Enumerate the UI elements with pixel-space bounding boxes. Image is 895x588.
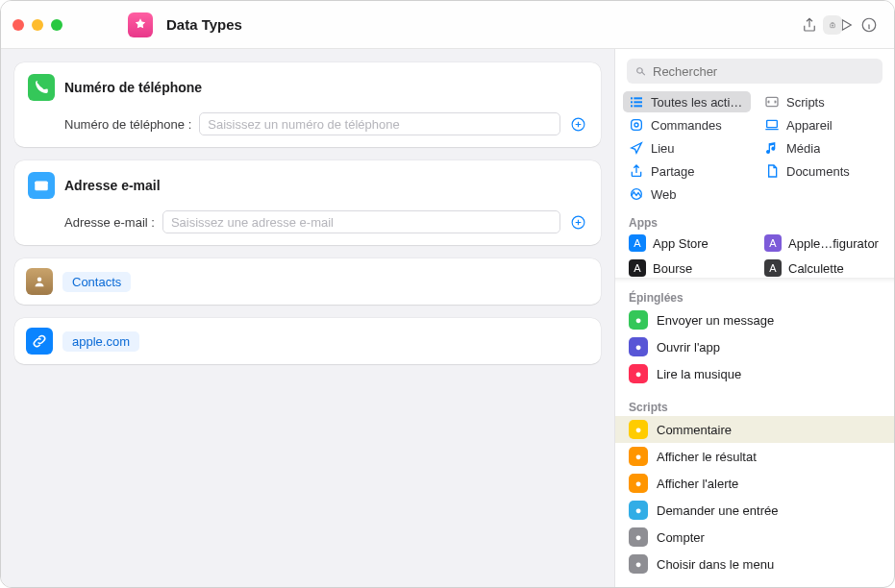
email-input[interactable]	[162, 210, 560, 233]
action-label: Choisir dans le menu	[657, 557, 774, 572]
category-label: Web	[651, 187, 677, 202]
search-field[interactable]	[627, 59, 883, 84]
apps-header: Apps	[615, 212, 894, 232]
category-icon	[629, 186, 644, 202]
action-ouvrir-l-app[interactable]: ●Ouvrir l'app	[615, 333, 894, 360]
url-token[interactable]: apple.com	[62, 331, 139, 352]
category-icon	[629, 94, 644, 110]
library-pane: Toutes les acti…ScriptsCommandesAppareil…	[614, 49, 894, 587]
category-label: Lieu	[651, 141, 675, 156]
phone-input[interactable]	[199, 112, 560, 135]
overlay-fade	[615, 278, 894, 287]
category-commandes[interactable]: Commandes	[623, 114, 751, 135]
app-apple-figurator[interactable]: AApple…figurator	[758, 232, 886, 255]
app-app-store[interactable]: AApp Store	[623, 232, 751, 255]
app-bourse[interactable]: ABourse	[623, 257, 751, 280]
app-label: Apple…figurator	[788, 236, 879, 251]
category-lieu[interactable]: Lieu	[623, 137, 751, 159]
svg-rect-7	[631, 101, 633, 103]
category-icon	[764, 117, 780, 133]
shortcut-icon	[128, 12, 153, 37]
action-url[interactable]: apple.com	[14, 318, 601, 364]
category-label: Scripts	[786, 95, 825, 110]
contacts-token[interactable]: Contacts	[62, 272, 131, 292]
app-window: Data Types	[0, 0, 895, 588]
action-title: Numéro de téléphone	[64, 80, 202, 95]
action-icon: ●	[629, 554, 648, 574]
action-label: Demander une entrée	[657, 503, 778, 518]
category-icon	[764, 163, 780, 179]
svg-rect-9	[634, 97, 642, 99]
add-email-button[interactable]	[568, 212, 587, 232]
action-phone-number[interactable]: Numéro de téléphone Numéro de téléphone …	[14, 62, 601, 147]
action-lire-la-musique[interactable]: ●Lire la musique	[615, 360, 894, 387]
title-bar: Data Types	[1, 1, 894, 49]
email-field-label: Adresse e-mail :	[64, 215, 155, 230]
library-button[interactable]	[823, 15, 842, 35]
category-icon	[629, 163, 644, 179]
action-afficher-le-r-sultat[interactable]: ●Afficher le résultat	[615, 443, 894, 470]
close-window-button[interactable]	[12, 19, 24, 31]
app-icon: A	[629, 259, 646, 277]
action-choisir-dans-le-menu[interactable]: ●Choisir dans le menu	[615, 551, 894, 577]
action-label: Envoyer un message	[657, 313, 774, 328]
action-icon: ●	[629, 501, 648, 520]
action-label: Commentaire	[657, 423, 732, 437]
workflow-canvas[interactable]: Numéro de téléphone Numéro de téléphone …	[1, 49, 614, 587]
category-label: Partage	[651, 164, 695, 179]
category-label: Toutes les acti…	[651, 95, 742, 110]
action-label: Afficher l'alerte	[657, 477, 738, 491]
category-web[interactable]: Web	[623, 184, 751, 205]
action-email-address[interactable]: Adresse e-mail Adresse e-mail :	[14, 160, 601, 245]
action-afficher-l-alerte[interactable]: ●Afficher l'alerte	[615, 470, 894, 497]
svg-rect-11	[634, 105, 642, 107]
category-label: Appareil	[786, 118, 833, 133]
info-button[interactable]	[859, 15, 879, 35]
svg-point-5	[37, 278, 42, 282]
action-commentaire[interactable]: ●Commentaire	[615, 416, 894, 443]
category-documents[interactable]: Documents	[758, 160, 886, 182]
shortcut-title: Data Types	[166, 16, 242, 33]
category-partage[interactable]: Partage	[623, 160, 751, 182]
action-icon: ●	[629, 474, 648, 493]
action-icon: ●	[629, 337, 648, 356]
category-m-dia[interactable]: Média	[758, 137, 886, 159]
search-icon	[634, 65, 647, 78]
action-icon: ●	[629, 310, 648, 330]
phone-icon	[28, 74, 55, 101]
svg-rect-15	[767, 120, 778, 127]
pinned-header: Épinglées	[615, 287, 894, 306]
action-label: Afficher le résultat	[657, 450, 757, 464]
window-controls	[12, 19, 62, 31]
svg-rect-8	[631, 105, 633, 107]
category-toutes-les-acti-[interactable]: Toutes les acti…	[623, 91, 751, 112]
svg-rect-10	[634, 101, 642, 103]
svg-rect-6	[631, 97, 633, 99]
minimize-window-button[interactable]	[32, 19, 43, 31]
app-icon: A	[629, 234, 646, 252]
contacts-icon	[26, 268, 53, 295]
search-input[interactable]	[653, 64, 875, 79]
action-compter[interactable]: ●Compter	[615, 524, 894, 551]
category-icon	[629, 140, 644, 156]
actions-list[interactable]: Épinglées ●Envoyer un message●Ouvrir l'a…	[615, 287, 894, 587]
action-demander-une-entr-e[interactable]: ●Demander une entrée	[615, 497, 894, 524]
category-label: Commandes	[651, 118, 722, 133]
action-title: Adresse e-mail	[64, 178, 161, 193]
share-button[interactable]	[800, 15, 819, 35]
action-icon: ●	[629, 447, 648, 466]
category-appareil[interactable]: Appareil	[758, 114, 886, 135]
toolbar-right	[823, 15, 879, 35]
category-icon	[764, 94, 780, 110]
svg-point-14	[634, 123, 638, 127]
add-phone-button[interactable]	[568, 114, 587, 134]
category-label: Documents	[786, 164, 850, 179]
app-icon: A	[764, 259, 782, 277]
category-scripts[interactable]: Scripts	[758, 91, 886, 112]
phone-field-label: Numéro de téléphone :	[64, 117, 191, 132]
action-label: Ouvrir l'app	[657, 340, 720, 355]
maximize-window-button[interactable]	[51, 19, 62, 31]
action-envoyer-un-message[interactable]: ●Envoyer un message	[615, 306, 894, 333]
action-contacts[interactable]: Contacts	[14, 258, 601, 305]
app-calculette[interactable]: ACalculette	[758, 257, 886, 280]
